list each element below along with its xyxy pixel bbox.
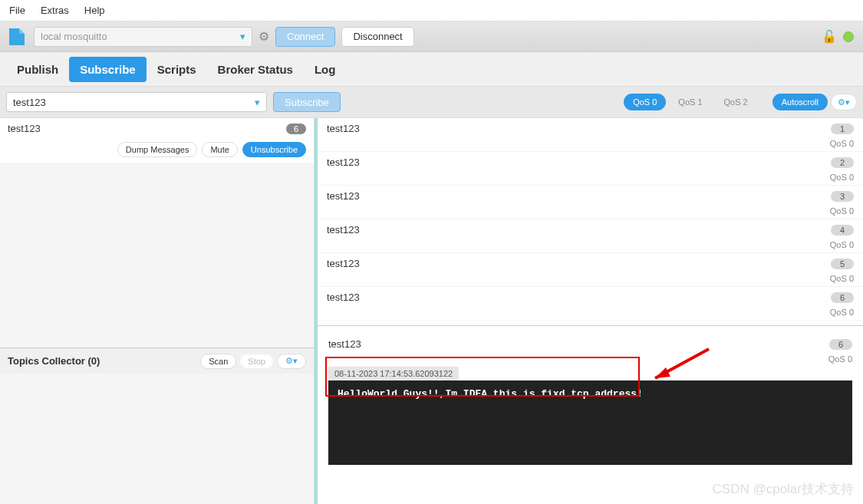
stop-button[interactable]: Stop [239,354,274,369]
collector-title: Topics Collector (0) [8,355,100,367]
message-index: 6 [831,292,854,303]
message-row[interactable]: test1234 QoS 0 [318,219,863,253]
menu-help[interactable]: Help [84,5,105,16]
right-pane: test1231 QoS 0 test1232 QoS 0 test1233 Q… [315,118,863,504]
menu-extras[interactable]: Extras [41,5,69,16]
message-topic: test123 [327,190,360,202]
mute-button[interactable]: Mute [202,142,237,157]
message-topic: test123 [327,258,360,269]
connect-button[interactable]: Connect [275,27,335,47]
tab-scripts[interactable]: Scripts [147,57,207,82]
qos0-pill[interactable]: QoS 0 [624,94,666,110]
message-qos: QoS 0 [318,240,863,252]
toolbar: local mosquitto ⚙ Connect Disconnect 🔓 [0,21,863,52]
tab-bar: Publish Subscribe Scripts Broker Status … [0,52,863,86]
message-detail: test123 6 QoS 0 08-11-2023 17:14:53.6209… [318,325,863,504]
disconnect-button[interactable]: Disconnect [341,27,413,47]
message-qos: QoS 0 [318,308,863,320]
subscribe-bar: test123 Subscribe QoS 0 QoS 1 QoS 2 Auto… [0,86,863,118]
message-index: 2 [831,157,854,168]
tab-publish[interactable]: Publish [6,57,69,82]
detail-timestamp: 08-11-2023 17:14:53.62093122 [328,367,459,380]
message-qos: QoS 0 [318,274,863,286]
message-topic: test123 [327,156,360,168]
svg-marker-1 [655,367,670,378]
file-icon[interactable] [9,28,25,45]
detail-index: 6 [829,339,852,350]
subscription-count: 6 [286,124,306,134]
topic-input[interactable]: test123 [6,92,267,112]
message-row[interactable]: test1231 QoS 0 [318,118,863,152]
tab-subscribe[interactable]: Subscribe [69,57,147,82]
message-topic: test123 [327,292,360,303]
subscription-item[interactable]: test123 6 Dump Messages Mute Unsubscribe [0,118,314,164]
message-list: test1231 QoS 0 test1232 QoS 0 test1233 Q… [318,118,863,321]
message-topic: test123 [327,123,360,134]
dump-messages-button[interactable]: Dump Messages [117,142,198,157]
gear-icon[interactable]: ⚙ [259,29,269,44]
message-index: 4 [831,225,854,236]
scan-button[interactable]: Scan [200,354,236,369]
detail-topic: test123 [328,338,361,350]
message-qos: QoS 0 [318,173,863,185]
settings-pill[interactable]: ⚙▾ [831,94,857,110]
message-topic: test123 [327,224,360,236]
main-area: test123 6 Dump Messages Mute Unsubscribe… [0,118,863,504]
topic-input-value: test123 [13,97,46,108]
subscription-topic: test123 [8,123,41,134]
message-qos: QoS 0 [318,139,863,151]
detail-qos: QoS 0 [328,354,852,367]
qos2-pill[interactable]: QoS 2 [715,94,757,110]
topics-collector: Topics Collector (0) Scan Stop ⚙▾ [0,348,314,374]
status-indicator [843,31,854,42]
message-index: 1 [831,124,854,134]
qos1-pill[interactable]: QoS 1 [669,94,711,110]
message-row[interactable]: test1236 QoS 0 [318,287,863,321]
unlock-icon[interactable]: 🔓 [822,29,837,44]
subscribe-button[interactable]: Subscribe [273,92,341,112]
connection-select[interactable]: local mosquitto [34,27,252,47]
menubar: File Extras Help [0,0,863,21]
connection-select-value: local mosquitto [41,31,107,42]
message-qos: QoS 0 [318,206,863,219]
message-row[interactable]: test1232 QoS 0 [318,152,863,186]
message-index: 3 [831,191,854,202]
message-index: 5 [831,259,854,269]
tab-broker-status[interactable]: Broker Status [207,57,304,82]
left-pane: test123 6 Dump Messages Mute Unsubscribe… [0,118,315,504]
collector-settings-button[interactable]: ⚙▾ [277,354,306,369]
unsubscribe-button[interactable]: Unsubscribe [242,142,306,157]
message-row[interactable]: test1233 QoS 0 [318,186,863,219]
tab-log[interactable]: Log [304,57,347,82]
payload-box[interactable]: HelloWorld Guys!!,Im IDEA this is fixd t… [328,380,852,465]
menu-file[interactable]: File [9,5,25,16]
message-row[interactable]: test1235 QoS 0 [318,253,863,287]
autoscroll-pill[interactable]: Autoscroll [772,94,828,110]
